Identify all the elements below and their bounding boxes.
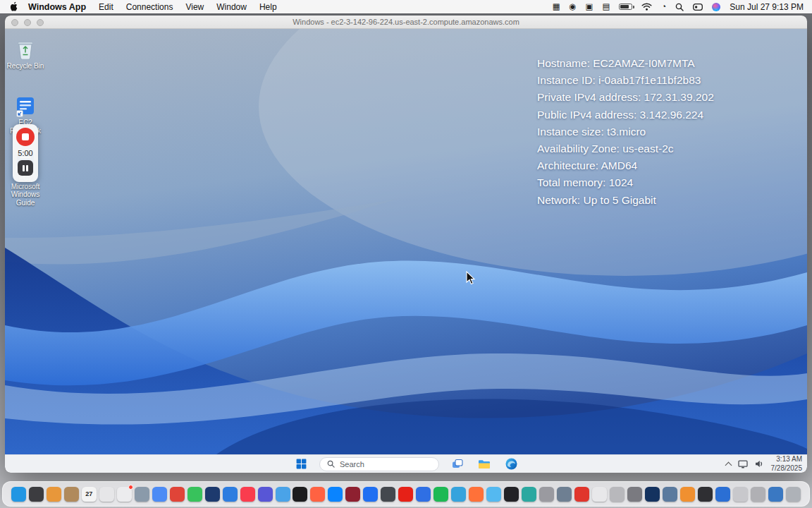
dock-launchpad-icon[interactable]	[47, 487, 61, 502]
display-icon[interactable]: ▣	[586, 3, 593, 11]
menu-edit[interactable]: Edit	[99, 2, 113, 12]
dock-tv-icon[interactable]	[293, 487, 307, 502]
dock-app-icon[interactable]	[328, 487, 343, 502]
dock-app-icon[interactable]	[680, 487, 695, 502]
dock-icon-label: 27	[85, 490, 92, 497]
system-info-line: Public IPv4 address: 3.142.96.224	[537, 107, 714, 123]
dock-app-store-icon[interactable]	[363, 487, 378, 502]
wifi-icon[interactable]	[641, 3, 652, 11]
zoom-button[interactable]	[37, 19, 44, 26]
screen-record-icon[interactable]: ◉	[570, 3, 577, 11]
apps-grid-icon[interactable]: ▦	[553, 3, 560, 11]
dock-app-icon[interactable]	[170, 487, 185, 502]
dock-app-icon[interactable]	[715, 487, 730, 502]
dock-notes-icon[interactable]	[99, 487, 114, 502]
system-info-line: Instance size: t3.micro	[537, 123, 714, 140]
taskbar-search-box[interactable]: Search	[319, 457, 439, 471]
dock-terminal-icon[interactable]	[698, 487, 713, 502]
dock-calendar-icon[interactable]: 27	[82, 487, 97, 502]
dock-music-icon[interactable]	[240, 487, 255, 502]
search-placeholder: Search	[340, 460, 364, 468]
apple-menu-icon[interactable]	[8, 1, 18, 12]
system-info-line: Private IPv4 address: 172.31.39.202	[537, 89, 714, 106]
tray-expand-chevron-icon[interactable]	[725, 462, 732, 469]
system-info-line: Total memory: 1024	[537, 174, 714, 191]
dock-app-icon[interactable]	[768, 487, 783, 502]
pause-icon	[23, 165, 25, 171]
window-title: Windows - ec2-3-142-96-224.us-east-2.com…	[293, 18, 519, 26]
file-explorer-button[interactable]	[476, 456, 493, 472]
dock-app-icon[interactable]	[345, 487, 360, 502]
desktop-icon-recycle-bin[interactable]: Recycle Bin	[6, 39, 45, 71]
tray-display-icon[interactable]	[738, 460, 748, 468]
dock-app-icon[interactable]	[522, 487, 536, 502]
menu-connections[interactable]: Connections	[126, 2, 173, 12]
dock-app-icon[interactable]	[592, 487, 607, 502]
dock-trash-icon[interactable]	[786, 487, 801, 502]
menu-window[interactable]: Window	[216, 2, 247, 12]
recording-elapsed-time: 5:00	[18, 149, 32, 157]
system-info-line: Availability Zone: us-east-2c	[537, 140, 714, 157]
menu-items: EditConnectionsViewWindowHelp	[99, 2, 290, 12]
windows-taskbar: Search	[5, 454, 807, 473]
system-info-overlay: Hostname: EC2AMAZ-I0M7MTAInstance ID: i-…	[537, 55, 714, 209]
dock-chrome-icon[interactable]	[152, 487, 167, 502]
minimize-button[interactable]	[24, 19, 31, 26]
battery-icon[interactable]	[619, 4, 632, 10]
dock-firefox-icon[interactable]	[469, 487, 484, 502]
task-view-button[interactable]	[449, 456, 466, 472]
siri-icon[interactable]	[712, 3, 720, 11]
dock-spotify-icon[interactable]	[433, 487, 448, 502]
dock-app-icon[interactable]	[663, 487, 677, 502]
taskbar-date: 7/28/2025	[771, 464, 803, 473]
dock-mail-icon[interactable]	[117, 487, 132, 502]
dock-app-icon[interactable]	[751, 487, 765, 502]
dock-app-icon[interactable]	[64, 487, 79, 502]
dock-settings-icon[interactable]	[627, 487, 642, 502]
dock-youtube-icon[interactable]	[398, 487, 413, 502]
spotlight-search-icon[interactable]	[675, 3, 684, 11]
recording-widget: 5:00	[13, 124, 38, 182]
dock-app-icon[interactable]	[486, 487, 501, 502]
dock-app-icon[interactable]	[645, 487, 660, 502]
dock-app-icon[interactable]	[29, 487, 44, 502]
dock-app-icon[interactable]	[610, 487, 625, 502]
dock-app-icon[interactable]	[276, 487, 290, 502]
window-titlebar[interactable]: Windows - ec2-3-142-96-224.us-east-2.com…	[5, 16, 807, 29]
dock-app-icon[interactable]	[381, 487, 395, 502]
dock-app-icon[interactable]	[416, 487, 431, 502]
dock-app-icon[interactable]	[135, 487, 149, 502]
dock-app-icon[interactable]	[223, 487, 238, 502]
menu-bar-clock[interactable]: Sun Jul 27 9:13 PM	[730, 2, 804, 12]
start-button[interactable]	[293, 456, 309, 472]
edge-browser-button[interactable]	[503, 456, 519, 472]
search-icon	[327, 460, 335, 468]
app-menu-title[interactable]: Windows App	[28, 2, 86, 12]
dock-app-icon[interactable]	[205, 487, 220, 502]
system-info-line: Architecture: AMD64	[537, 157, 714, 174]
dock-app-icon[interactable]	[258, 487, 273, 502]
windows-desktop[interactable]: Hostname: EC2AMAZ-I0M7MTAInstance ID: i-…	[5, 29, 807, 473]
dock-app-icon[interactable]	[733, 487, 748, 502]
system-info-line: Instance ID: i-0aab17f1e11bf2b83	[537, 72, 714, 89]
dock-app-icon[interactable]	[187, 487, 202, 502]
taskbar-clock[interactable]: 3:13 AM 7/28/2025	[771, 455, 803, 473]
stop-recording-button[interactable]	[16, 128, 35, 146]
control-center-icon[interactable]	[693, 4, 703, 11]
dock-edge-icon[interactable]	[451, 487, 466, 502]
windows-logo-icon	[296, 459, 307, 469]
pause-recording-button[interactable]	[18, 160, 33, 176]
dock-app-icon[interactable]	[557, 487, 572, 502]
dock-app-icon[interactable]	[504, 487, 519, 502]
dock-app-icon[interactable]	[574, 487, 589, 502]
apple-logo-icon	[8, 1, 18, 12]
clock-icon[interactable]: ◔	[661, 3, 666, 11]
close-button[interactable]	[11, 19, 18, 26]
dock-app-icon[interactable]	[539, 487, 554, 502]
menu-view[interactable]: View	[185, 2, 204, 12]
dock-finder-icon[interactable]	[11, 487, 26, 502]
dock-app-icon[interactable]	[310, 487, 325, 502]
keyboard-icon[interactable]: ▤	[602, 3, 610, 11]
menu-help[interactable]: Help	[259, 2, 277, 12]
tray-volume-icon[interactable]	[755, 460, 764, 468]
